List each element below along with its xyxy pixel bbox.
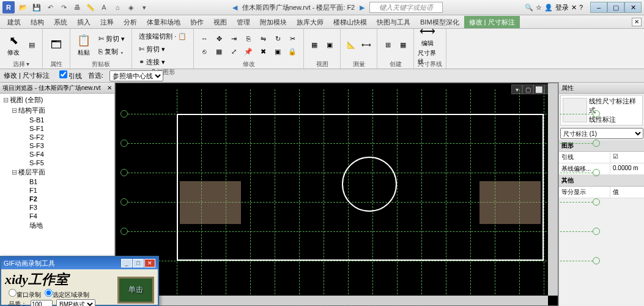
vertical-scrollbar[interactable] — [548, 83, 558, 296]
trim-icon[interactable]: ✂ — [286, 32, 299, 45]
geo-join-button[interactable]: ⚭ 连接 ▾ — [136, 56, 190, 68]
dimension-icon[interactable]: ⟷ — [360, 39, 373, 51]
maximize-button[interactable]: ▢ — [607, 2, 624, 13]
tree-item[interactable]: B1 — [0, 177, 114, 186]
tab-2[interactable]: 系统 — [49, 16, 72, 28]
split-icon[interactable]: ⎋ — [198, 45, 211, 58]
tab-4[interactable]: 注释 — [95, 16, 119, 28]
help-icon[interactable]: ? — [579, 4, 583, 11]
qat-print-icon[interactable]: 🖶 — [71, 1, 83, 13]
minimize-button[interactable]: – — [590, 2, 607, 13]
tree-item[interactable]: ⊟视图 (全部) — [0, 95, 114, 105]
qat-open-icon[interactable]: 📂 — [17, 1, 29, 13]
login-link[interactable]: 登录 — [555, 3, 569, 12]
favorite-icon[interactable]: ☆ — [536, 4, 542, 12]
ribbon-close-icon[interactable]: ✕ — [632, 18, 642, 26]
copy-button[interactable]: ⎘ 复制 ▾ — [95, 45, 128, 58]
create-group-icon[interactable]: ▦ — [396, 39, 410, 51]
tree-item[interactable]: F3 — [0, 203, 114, 212]
record-button[interactable]: 单击 — [117, 277, 154, 304]
format-select[interactable]: BMP格式 — [56, 299, 95, 306]
vp-menu-icon[interactable]: ▾ — [511, 84, 522, 94]
horizontal-scrollbar[interactable] — [116, 296, 548, 305]
qat-nav-icon[interactable]: ◈ — [125, 1, 137, 13]
tree-item[interactable]: F4 — [0, 212, 114, 220]
leader-checkbox[interactable]: 引线 — [56, 70, 82, 81]
select-arrow-button[interactable]: ⬉修改 — [4, 32, 23, 59]
tab-9[interactable]: 管理 — [232, 16, 255, 28]
tree-item[interactable]: S-B1 — [0, 116, 114, 124]
gif-maximize-button[interactable]: □ — [133, 259, 144, 267]
qat-undo-icon[interactable]: ↶ — [44, 1, 56, 13]
select-filter-icon[interactable]: ▤ — [25, 39, 39, 51]
tab-8[interactable]: 视图 — [209, 16, 232, 28]
lock-icon[interactable]: 🔒 — [286, 45, 299, 58]
search-input[interactable]: 键入关键字或短语 — [369, 2, 443, 13]
record-region-radio[interactable]: 选定区域录制 — [45, 289, 89, 299]
tree-item[interactable]: F1 — [0, 186, 114, 195]
properties-button[interactable]: 🗔 — [46, 32, 66, 59]
cut-button[interactable]: ✄ 剪切 ▾ — [95, 32, 128, 45]
type-preview[interactable]: 线性尺寸标注样式线性标注 — [560, 95, 643, 125]
tree-item[interactable]: F2 — [0, 195, 114, 203]
tab-12[interactable]: 楼梯山快模 — [328, 16, 372, 28]
tab-10[interactable]: 附加模块 — [255, 16, 292, 28]
qat-save-icon[interactable]: 💾 — [31, 1, 43, 13]
gif-close-button[interactable]: ✕ — [144, 259, 155, 267]
tree-item[interactable]: S-F5 — [0, 159, 114, 167]
tab-7[interactable]: 协作 — [185, 16, 209, 28]
delete-icon[interactable]: ✖ — [256, 45, 270, 58]
tab-0[interactable]: 建筑 — [2, 16, 26, 28]
copy-icon[interactable]: ⎘ — [242, 32, 255, 45]
offset-icon[interactable]: ⇥ — [227, 32, 240, 45]
tree-item[interactable]: S-F4 — [0, 150, 114, 159]
browser-close-icon[interactable]: ✕ — [107, 84, 112, 91]
tree-item[interactable]: S-F1 — [0, 124, 114, 133]
instance-selector[interactable]: 尺寸标注 (1) — [560, 128, 643, 139]
vp-restore-icon[interactable]: ▢ — [522, 84, 533, 94]
prop-leader-value[interactable]: ☑ — [610, 152, 644, 163]
pin-icon[interactable]: 📌 — [242, 45, 255, 58]
rotate-icon[interactable]: ↻ — [271, 32, 284, 45]
vp-max-icon[interactable]: ⬜ — [533, 84, 544, 94]
scale-icon[interactable]: ⤢ — [227, 45, 240, 58]
qat-more-icon[interactable]: ▾ — [138, 1, 150, 13]
tab-5[interactable]: 分析 — [119, 16, 142, 28]
geo-cut-button[interactable]: ✄ 剪切 ▾ — [136, 43, 190, 55]
tab-1[interactable]: 结构 — [26, 16, 49, 28]
drawing-viewport[interactable]: ▾ ▢ ⬜ ✕ ⬉ — [115, 83, 558, 306]
tab-15[interactable]: 修改 | 尺寸标注 — [464, 16, 520, 28]
close-button[interactable]: ✕ — [624, 2, 642, 13]
measure-icon[interactable]: 📐 — [344, 39, 358, 51]
user-icon[interactable]: 👤 — [544, 4, 553, 12]
tree-item[interactable]: ⊟楼层平面 — [0, 167, 114, 177]
tree-item[interactable]: S-F3 — [0, 141, 114, 150]
qat-text-icon[interactable]: A — [98, 1, 110, 13]
prop-baseline-value[interactable]: 0.0000 m — [610, 163, 644, 174]
mirror-icon[interactable]: ⇋ — [256, 32, 270, 45]
array-icon[interactable]: ▦ — [212, 45, 226, 58]
qat-redo-icon[interactable]: ↷ — [57, 1, 70, 13]
align-icon[interactable]: ↔ — [198, 32, 211, 45]
quality-input[interactable] — [31, 300, 53, 306]
tab-3[interactable]: 插入 — [72, 16, 95, 28]
tree-item[interactable]: ⊟结构平面 — [0, 105, 114, 116]
join-end-cut-button[interactable]: 连接端切割 · 📋 — [136, 30, 190, 42]
tab-6[interactable]: 体量和场地 — [142, 16, 185, 28]
prop-equality-value[interactable]: 值 — [610, 187, 644, 198]
qat-home-icon[interactable]: ⌂ — [111, 1, 124, 13]
tab-13[interactable]: 快图与工具 — [372, 16, 415, 28]
paste-button[interactable]: 📋粘贴 — [74, 32, 94, 59]
tree-item[interactable]: S-F2 — [0, 133, 114, 141]
create-similar-icon[interactable]: ⊞ — [381, 39, 394, 51]
qat-measure-icon[interactable]: 📏 — [84, 1, 97, 13]
gif-recorder-window[interactable]: GIF动画录制工具 _ □ ✕ xidy工作室 窗口录制 选定区域录制 品质： … — [0, 256, 159, 306]
gif-minimize-button[interactable]: _ — [121, 259, 132, 267]
edit-witness-lines-button[interactable]: ⟷编辑尺寸界线 — [418, 32, 437, 59]
tab-11[interactable]: 族库大师 — [292, 16, 328, 28]
tree-item[interactable]: 场地 — [0, 220, 114, 231]
app-logo[interactable]: R — [2, 1, 15, 13]
group-icon[interactable]: ▣ — [271, 45, 284, 58]
exchange-icon[interactable]: ✕ — [571, 4, 577, 12]
view-hide-icon[interactable]: ▦ — [308, 39, 321, 51]
